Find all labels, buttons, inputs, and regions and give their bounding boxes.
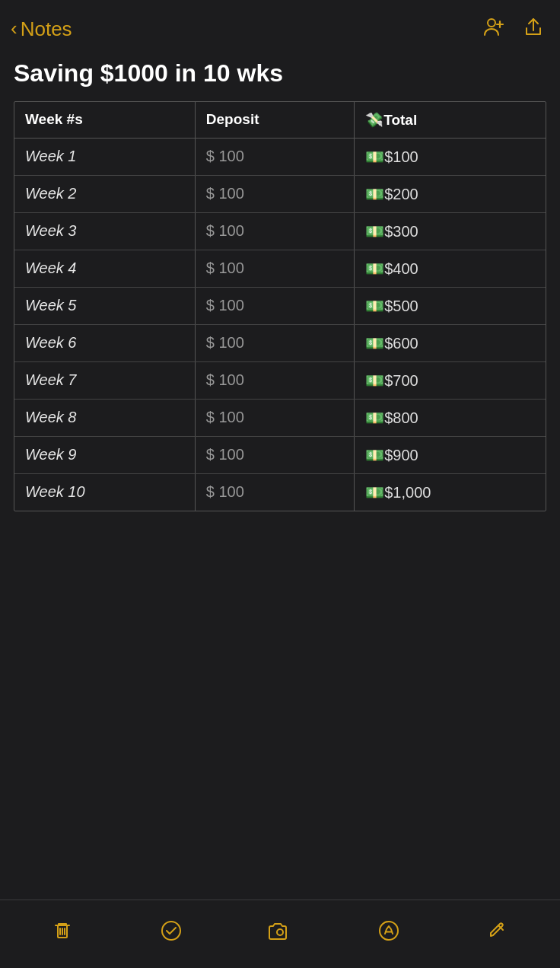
table-row: Week 1$ 100💵$100 [14,138,546,175]
cell-week-7: Week 7 [14,361,195,399]
cell-deposit-7: $ 100 [195,361,354,399]
back-navigation[interactable]: ‹ Notes [11,18,72,41]
markup-icon [377,919,400,942]
compose-icon [486,919,509,942]
chevron-left-icon: ‹ [11,18,18,38]
page-title: Saving $1000 in 10 wks [0,53,560,101]
table-row: Week 4$ 100💵$400 [14,250,546,287]
svg-point-10 [380,922,398,940]
cell-deposit-2: $ 100 [195,175,354,212]
cell-total-10: 💵$1,000 [355,473,546,511]
table-row: Week 7$ 100💵$700 [14,361,546,399]
cell-total-9: 💵$900 [355,436,546,473]
checkmark-circle-icon [160,919,183,942]
cell-deposit-3: $ 100 [195,212,354,250]
done-button[interactable] [152,912,190,950]
cell-total-2: 💵$200 [355,175,546,212]
add-person-icon [482,15,505,38]
table-row: Week 2$ 100💵$200 [14,175,546,212]
cell-deposit-6: $ 100 [195,324,354,361]
cell-deposit-9: $ 100 [195,436,354,473]
delete-button[interactable] [43,912,81,950]
bottom-toolbar [0,900,560,968]
cell-total-6: 💵$600 [355,324,546,361]
table-row: Week 8$ 100💵$800 [14,399,546,436]
cell-deposit-8: $ 100 [195,399,354,436]
compose-button[interactable] [479,912,517,950]
savings-table: Week #s Deposit 💸Total Week 1$ 100💵$100W… [14,101,546,511]
cell-total-4: 💵$400 [355,250,546,287]
cell-week-2: Week 2 [14,175,195,212]
col-header-total: 💸Total [355,102,546,139]
cell-week-10: Week 10 [14,473,195,511]
cell-week-9: Week 9 [14,436,195,473]
cell-deposit-10: $ 100 [195,473,354,511]
svg-point-8 [162,922,180,940]
cell-week-4: Week 4 [14,250,195,287]
cell-total-1: 💵$100 [355,138,546,175]
cell-week-5: Week 5 [14,287,195,324]
cell-week-1: Week 1 [14,138,195,175]
table-row: Week 9$ 100💵$900 [14,436,546,473]
table-header-row: Week #s Deposit 💸Total [14,102,546,139]
cell-week-3: Week 3 [14,212,195,250]
cell-total-7: 💵$700 [355,361,546,399]
col-header-deposit: Deposit [195,102,354,139]
camera-icon [269,919,291,942]
svg-point-9 [277,929,283,935]
share-button[interactable] [522,15,545,43]
table-row: Week 5$ 100💵$500 [14,287,546,324]
markup-button[interactable] [370,912,408,950]
header-actions [482,15,545,43]
add-person-button[interactable] [482,15,505,43]
col-header-week: Week #s [14,102,195,139]
back-label: Notes [21,18,72,41]
table-row: Week 10$ 100💵$1,000 [14,473,546,511]
cell-deposit-1: $ 100 [195,138,354,175]
header: ‹ Notes [0,0,560,53]
cell-total-3: 💵$300 [355,212,546,250]
cell-deposit-4: $ 100 [195,250,354,287]
trash-icon [51,919,74,942]
share-icon [522,15,545,38]
table-row: Week 3$ 100💵$300 [14,212,546,250]
cell-week-6: Week 6 [14,324,195,361]
cell-week-8: Week 8 [14,399,195,436]
cell-total-5: 💵$500 [355,287,546,324]
svg-point-0 [488,19,495,27]
table-row: Week 6$ 100💵$600 [14,324,546,361]
camera-button[interactable] [261,912,299,950]
cell-deposit-5: $ 100 [195,287,354,324]
cell-total-8: 💵$800 [355,399,546,436]
